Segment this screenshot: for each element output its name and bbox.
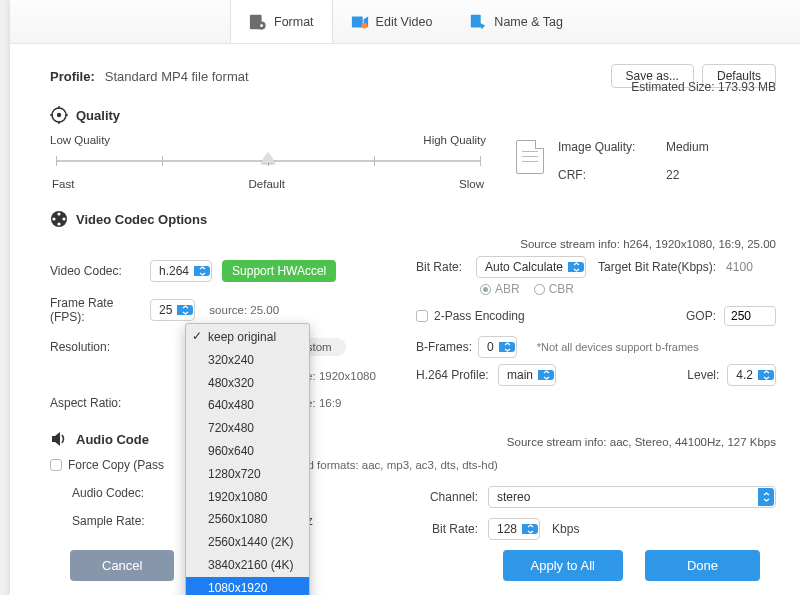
svg-point-13: [57, 212, 60, 215]
channel-select[interactable]: stereo: [488, 486, 776, 508]
bitrate-label: Bit Rate:: [416, 260, 476, 274]
fps-source: source: 25.00: [209, 304, 279, 316]
sample-rate-label: Sample Rate:: [72, 514, 158, 528]
image-quality-label: Image Quality:: [558, 140, 648, 154]
resolution-option[interactable]: 3840x2160 (4K): [186, 554, 309, 577]
done-button[interactable]: Done: [645, 550, 760, 581]
audio-codec-label: Audio Codec:: [72, 486, 158, 500]
quality-slider[interactable]: [56, 154, 480, 168]
estimated-size: Estimated Size: 173.93 MB: [631, 80, 776, 94]
resolution-option[interactable]: 2560x1080: [186, 508, 309, 531]
crf-label: CRF:: [558, 168, 648, 182]
force-copy-checkbox[interactable]: [50, 459, 62, 471]
tab-label: Name & Tag: [494, 15, 563, 29]
resolution-option[interactable]: 1080x1920: [186, 577, 309, 595]
fps-label: Frame Rate (FPS):: [50, 296, 150, 324]
resolution-option[interactable]: keep original: [186, 326, 309, 349]
audio-formats-note: rted formats: aac, mp3, ac3, dts, dts-hd…: [294, 459, 498, 471]
profile-value: Standard MP4 file format: [105, 69, 249, 84]
gear-icon: [50, 106, 68, 124]
video-codec-header: Video Codec Options: [50, 210, 776, 228]
speaker-icon: [50, 430, 68, 448]
document-icon: [516, 140, 544, 174]
bframes-note: *Not all devices support b-frames: [537, 341, 699, 353]
audio-bitrate-label: Bit Rate:: [416, 522, 488, 536]
target-bitrate-value: 4100: [726, 260, 753, 274]
aspect-ratio-label: Aspect Ratio:: [50, 396, 150, 410]
cbr-radio[interactable]: [534, 284, 545, 295]
tab-name-tag[interactable]: Name & Tag: [451, 0, 582, 43]
cancel-button[interactable]: Cancel: [70, 550, 174, 581]
h264-profile-label: H.264 Profile:: [416, 368, 498, 382]
hwaccel-badge: Support HWAccel: [222, 260, 336, 282]
bframes-label: B-Frames:: [416, 340, 478, 354]
svg-rect-3: [351, 16, 362, 27]
audio-bitrate-unit: Kbps: [552, 522, 579, 536]
svg-point-4: [361, 22, 367, 28]
force-copy-label: Force Copy (Pass: [68, 458, 164, 472]
resolution-option[interactable]: 720x480: [186, 417, 309, 440]
channel-label: Channel:: [416, 490, 488, 504]
quality-low-label: Low Quality: [50, 134, 110, 146]
gop-input[interactable]: [724, 306, 776, 326]
image-quality-value: Medium: [666, 140, 709, 154]
speed-slow-label: Slow: [459, 178, 484, 190]
tab-label: Format: [274, 15, 314, 29]
tab-label: Edit Video: [376, 15, 433, 29]
svg-point-15: [52, 217, 55, 220]
tab-format[interactable]: Format: [230, 0, 333, 43]
crf-value: 22: [666, 168, 679, 182]
svg-point-16: [62, 217, 65, 220]
svg-rect-5: [471, 14, 481, 27]
svg-point-14: [57, 222, 60, 225]
speed-default-label: Default: [249, 178, 285, 190]
audio-header-text: Audio Code: [76, 432, 149, 447]
svg-point-7: [57, 113, 61, 117]
speed-fast-label: Fast: [52, 178, 74, 190]
h264-profile-select[interactable]: main: [498, 368, 556, 382]
format-icon: [249, 13, 267, 31]
name-tag-icon: [469, 13, 487, 31]
two-pass-label: 2-Pass Encoding: [434, 309, 525, 323]
resolution-dropdown[interactable]: keep original320x240480x320640x480720x48…: [185, 323, 310, 595]
apply-to-all-button[interactable]: Apply to All: [503, 550, 623, 581]
abr-radio[interactable]: [480, 284, 491, 295]
fps-select[interactable]: 25: [150, 303, 195, 317]
gop-label: GOP:: [686, 309, 716, 323]
svg-point-2: [260, 24, 263, 27]
two-pass-checkbox[interactable]: [416, 310, 428, 322]
video-source-info: Source stream info: h264, 1920x1080, 16:…: [50, 238, 776, 250]
profile-label: Profile:: [50, 69, 95, 84]
bitrate-select[interactable]: Auto Calculate: [476, 260, 586, 274]
bframes-select[interactable]: 0: [478, 340, 517, 354]
resolution-option[interactable]: 320x240: [186, 349, 309, 372]
resolution-option[interactable]: 640x480: [186, 394, 309, 417]
level-select[interactable]: 4.2: [727, 368, 776, 382]
quality-high-label: High Quality: [423, 134, 486, 146]
tab-bar: Format Edit Video Name & Tag: [10, 0, 800, 44]
video-codec-select[interactable]: h.264: [150, 264, 212, 278]
audio-source-info: Source stream info: aac, Stereo, 44100Hz…: [50, 436, 776, 448]
resolution-option[interactable]: 1280x720: [186, 463, 309, 486]
film-icon: [50, 210, 68, 228]
resolution-option[interactable]: 2560x1440 (2K): [186, 531, 309, 554]
resolution-option[interactable]: 960x640: [186, 440, 309, 463]
video-codec-label: Video Codec:: [50, 264, 150, 278]
slider-thumb[interactable]: [261, 152, 275, 163]
resolution-option[interactable]: 480x320: [186, 372, 309, 395]
level-label: Level:: [687, 368, 719, 382]
target-bitrate-label: Target Bit Rate(Kbps):: [598, 260, 716, 274]
quality-header: Quality: [50, 106, 776, 124]
resolution-label: Resolution:: [50, 340, 150, 354]
resolution-option[interactable]: 1920x1080: [186, 486, 309, 509]
tab-edit-video[interactable]: Edit Video: [333, 0, 452, 43]
audio-bitrate-select[interactable]: 128: [488, 522, 540, 536]
edit-video-icon: [351, 13, 369, 31]
